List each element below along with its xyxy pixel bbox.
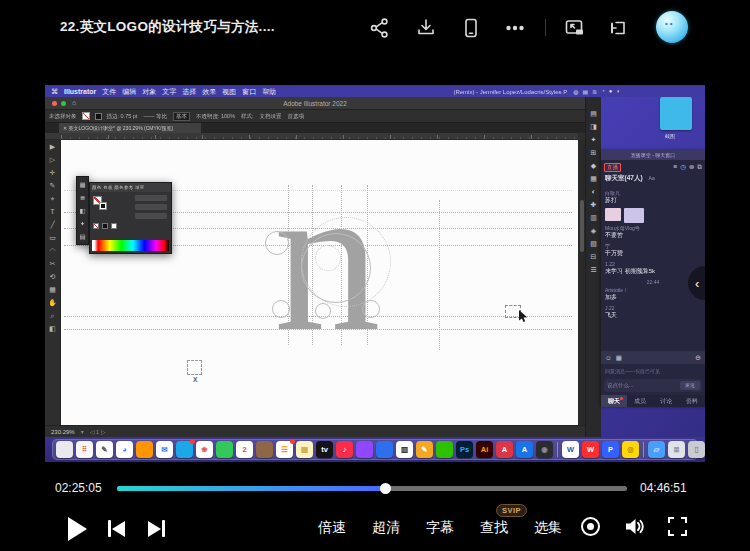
dock-icon-photoshop[interactable]: Ps — [456, 441, 473, 458]
dock-icon-app-brown[interactable] — [256, 441, 273, 458]
user-avatar[interactable]: •• — [656, 11, 688, 43]
marker-label: x — [193, 374, 198, 384]
player-controls: 02:25:05 04:46:51 倍速超清字幕查找选集 SVIP — [0, 462, 750, 551]
share-icon[interactable] — [368, 16, 392, 40]
panel-dock-icon: ▦ — [79, 178, 85, 191]
chat-message: Aristotle！加多 — [605, 287, 701, 302]
chat-tab-讨论: 讨论 — [653, 395, 679, 407]
dock-icon-finder[interactable] — [56, 441, 73, 458]
next-episode-button[interactable] — [148, 520, 165, 537]
volume-button[interactable] — [623, 515, 646, 538]
dock-icon-calendar[interactable]: 2 — [236, 441, 253, 458]
play-button[interactable] — [68, 517, 87, 541]
dock-icon-reminders[interactable]: ☰ — [276, 441, 293, 458]
dock-icon-word[interactable]: W — [562, 441, 579, 458]
dock-icon-appstore[interactable] — [176, 441, 193, 458]
dock-icon-app-yellow[interactable]: ✎ — [416, 441, 433, 458]
panel-icon: ◆ — [591, 159, 596, 172]
stroke-black-swatch — [95, 113, 102, 120]
dock-icon-mail[interactable]: ✉ — [156, 441, 173, 458]
dock-icon-music[interactable]: ♪ — [336, 441, 353, 458]
speed-button[interactable]: 倍速 — [318, 519, 346, 537]
macos-menubar: ⌘ Illustrator 文件编辑对象文字选择效果视图窗口帮助 (Remix)… — [45, 86, 705, 97]
menubar-menu-item: 帮助 — [262, 87, 276, 97]
dock-icon-folder[interactable]: ▱ — [648, 441, 665, 458]
construction-circle — [315, 245, 341, 271]
progress-thumb[interactable] — [380, 483, 391, 494]
dock-icon-app-orange[interactable] — [136, 441, 153, 458]
dock-icon-appstore-blue[interactable]: A — [516, 441, 533, 458]
tool-icon: ▶ — [50, 140, 55, 153]
prev-bar — [108, 520, 111, 537]
mobile-phone-icon[interactable] — [459, 16, 483, 40]
chat-window-title: 直播课堂 - 聊天窗口 — [601, 150, 705, 160]
dock-icon-illustrator[interactable]: Ai — [476, 441, 493, 458]
chat-image-thumb — [624, 208, 644, 223]
dock-icon-messages[interactable] — [216, 441, 233, 458]
picture-in-picture-icon[interactable] — [563, 16, 587, 40]
illustrator-titlebar: ⌂ Adobe Illustrator 2022 — [45, 97, 585, 110]
notification-badge — [290, 439, 295, 444]
subtitle-button[interactable]: 字幕 — [426, 519, 454, 537]
panel-icon: ✦ — [591, 133, 597, 146]
dock-icon-app-p[interactable]: P — [602, 441, 619, 458]
chat-tabs: 聊天成员讨论资料 — [601, 395, 705, 407]
more-options-icon[interactable] — [503, 16, 527, 40]
dock-icon-photos[interactable]: ❀ — [196, 441, 213, 458]
panel-icon: ▧ — [590, 237, 597, 250]
dock-icon-app-gold[interactable]: ◎ — [622, 441, 639, 458]
dock-icon-trash[interactable]: ▯ — [688, 441, 705, 458]
chat-room-title: 聊天室(47人)Aa — [601, 174, 705, 183]
color-slider — [135, 204, 167, 210]
illustrator-statusbar: 230.29% ▾ ◁ 1 ▷ — [45, 425, 585, 437]
dock-icon-preview[interactable]: ✎ — [96, 441, 113, 458]
floating-window-icon[interactable] — [606, 16, 630, 40]
dock-icon-stocks[interactable]: ▥ — [396, 441, 413, 458]
color-panel-body: 颜色 色板 颜色参考 渐变 — [89, 182, 172, 254]
dock-icon-wps[interactable]: W — [582, 441, 599, 458]
chat-message: 白敬凡苏打 — [605, 190, 701, 205]
controlbar-item: 描边: 0.75 pt — [107, 113, 138, 120]
find-button[interactable]: 查找 — [480, 519, 508, 537]
tool-icon: T — [50, 205, 54, 218]
scrollbar-thumb — [580, 200, 584, 252]
dock-icon-tv[interactable]: tv — [316, 441, 333, 458]
dock-icon-launchpad[interactable]: ⠿ — [76, 441, 93, 458]
quality-button[interactable]: 超清 — [372, 519, 400, 537]
dock-icon-podcasts[interactable] — [356, 441, 373, 458]
progress-bar[interactable] — [117, 486, 627, 491]
controlbar-item: —— 等比 — [143, 113, 167, 120]
chat-message-text: 飞天 — [605, 311, 701, 320]
color-spectrum-bar — [92, 240, 169, 251]
tool-icon: ▦ — [49, 283, 56, 296]
chat-toolbar-icon: ☺ — [605, 354, 612, 362]
video-frame[interactable]: ⌘ Illustrator 文件编辑对象文字选择效果视图窗口帮助 (Remix)… — [45, 85, 705, 462]
dock-icon-stack[interactable]: ≣ — [668, 441, 685, 458]
dock-icon-notes[interactable]: ▤ — [296, 441, 313, 458]
tool-icon: ╱ — [50, 218, 54, 231]
dock-icon-wechat[interactable] — [436, 441, 453, 458]
now-playing-text: (Remix) - Jennifer Lopez/Ludacris/Styles… — [453, 89, 567, 95]
fullscreen-button[interactable] — [668, 517, 687, 536]
document-tabbar: ✕ 英文LOGO设计课堂* @ 230.29% (CMYK/预览) — [45, 123, 585, 133]
dock-icon-adobe-red[interactable]: A — [496, 441, 513, 458]
record-circle-icon[interactable] — [581, 517, 600, 536]
episodes-button[interactable]: 选集 — [534, 519, 562, 537]
menubar-status-icons: ◍▤≋◔●◗ — [573, 88, 620, 95]
panel-mini-dock: ▦≣◧✦▤ — [76, 176, 89, 245]
zoom-level: 230.29% — [51, 429, 75, 435]
dock-icon-app-blue[interactable] — [376, 441, 393, 458]
chat-send-button: 发送 — [680, 381, 700, 390]
download-icon[interactable] — [414, 16, 438, 40]
menubar-status-icon: ◍ — [573, 88, 578, 95]
chat-message: J.22飞天 — [605, 305, 701, 320]
dock-icon-chrome[interactable]: ◕ — [116, 441, 133, 458]
svip-badge[interactable]: SVIP — [496, 504, 527, 517]
previous-episode-button[interactable] — [108, 520, 125, 537]
menubar-menus: 文件编辑对象文字选择效果视图窗口帮助 — [102, 87, 276, 97]
color-slider — [135, 213, 167, 219]
chat-header-icons: ≡◷⊗⧉ — [673, 163, 702, 171]
fill-none-swatch — [82, 112, 90, 120]
color-panel: ▦≣◧✦▤ 颜色 色板 颜色参考 渐变 — [76, 176, 172, 254]
dock-icon-app-dark[interactable]: ◉ — [536, 441, 553, 458]
